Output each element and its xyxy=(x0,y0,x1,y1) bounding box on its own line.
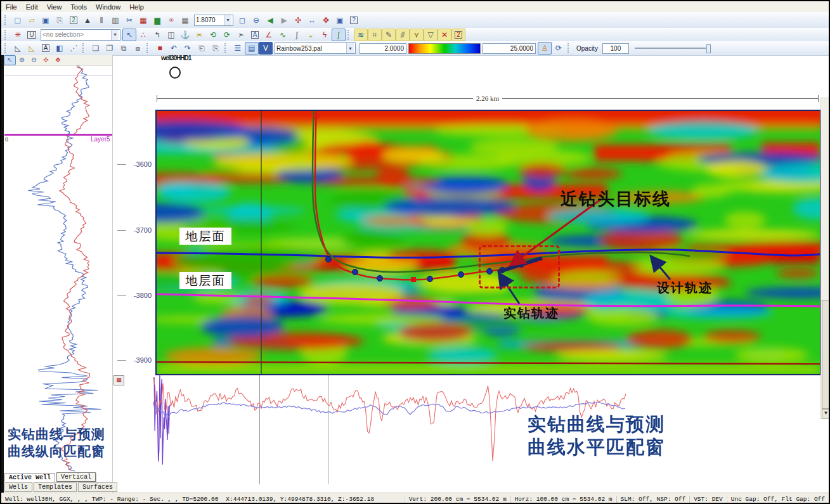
rotate-left-button[interactable]: ⟲ xyxy=(206,29,220,41)
grid-calculator-button[interactable]: ▦ xyxy=(178,14,192,27)
color-map-view-button[interactable]: ▆ xyxy=(150,14,164,27)
wellhead-symbol[interactable] xyxy=(169,67,181,79)
tab-active-well[interactable]: Active Well xyxy=(4,473,55,482)
toolbar-grip[interactable] xyxy=(567,43,572,53)
copy-front-button[interactable]: ❏ xyxy=(89,42,103,55)
toolbar-grip[interactable] xyxy=(82,43,87,53)
menu-edit[interactable]: Edit xyxy=(22,3,42,11)
selection-combobox[interactable]: <no selection> ▾ xyxy=(41,29,120,41)
log-edit-button[interactable]: ʃ xyxy=(290,29,304,41)
pick-move-button[interactable]: ➣ xyxy=(234,29,248,41)
node-link-button[interactable]: ⋰ xyxy=(67,42,81,55)
unit-toggle-button[interactable]: U xyxy=(25,29,39,41)
zoom-out-button[interactable]: ⊖ xyxy=(249,14,263,27)
marker-drop-button[interactable]: ⌄ xyxy=(304,29,318,41)
fit-width-button[interactable]: ↔ xyxy=(305,14,319,27)
toolbar-grip[interactable] xyxy=(4,43,9,53)
menu-window[interactable]: Window xyxy=(91,3,125,11)
pick-anchor-button[interactable]: ⚓ xyxy=(178,29,192,41)
toolbar-grip[interactable] xyxy=(4,30,9,40)
section-view-button[interactable]: ✂ xyxy=(122,14,136,27)
copy-back-button[interactable]: ❐ xyxy=(103,42,117,55)
export-session-button[interactable]: 2 xyxy=(67,14,81,27)
volume-toggle-button[interactable]: V xyxy=(259,42,273,55)
opacity-slider[interactable] xyxy=(635,44,711,53)
undo-button[interactable]: ↶ xyxy=(167,42,181,55)
tab-wells[interactable]: Wells xyxy=(4,482,32,492)
horizon-join-button[interactable]: ⋎ xyxy=(410,29,424,41)
pick-select-button[interactable]: ↰ xyxy=(150,29,164,41)
label-a-button[interactable]: A xyxy=(39,42,53,55)
save-settings-button[interactable]: ⎘ xyxy=(209,42,223,55)
seismic-section-view[interactable] xyxy=(155,110,821,375)
horizon-split-button[interactable]: ⌗ xyxy=(368,29,382,41)
new-file-button[interactable]: ▢ xyxy=(11,14,25,27)
pick-flatten-button[interactable]: ≍ xyxy=(192,29,206,41)
scale-combobox[interactable]: 1.8070 ▾ xyxy=(194,15,233,26)
pointer-button[interactable]: ↖ xyxy=(122,29,136,41)
angle-fill-yellow-button[interactable]: ◺ xyxy=(25,42,39,55)
toolbar-grip[interactable] xyxy=(224,43,229,53)
horizon-hatch-button[interactable]: ⫻ xyxy=(396,29,410,41)
snapshot-button[interactable]: ▣ xyxy=(333,14,347,27)
palette-edit-button[interactable]: ▤ xyxy=(245,42,259,55)
palette-min-field[interactable]: 2.0000 xyxy=(360,43,406,54)
pick-points-button[interactable]: ∴ xyxy=(136,29,150,41)
rotate-right-button[interactable]: ⟳ xyxy=(220,29,234,41)
help-button[interactable]: ? xyxy=(347,14,361,27)
palette-max-field[interactable]: 25.0000 xyxy=(483,43,536,54)
angle-fill-white-button[interactable]: ◺ xyxy=(11,42,25,55)
palette-combobox[interactable]: Rainbow253.pal ▾ xyxy=(275,42,356,54)
tab-surfaces[interactable]: Surfaces xyxy=(78,482,117,492)
log-curves-canvas[interactable] xyxy=(4,65,112,474)
well-marker-button[interactable]: ⍟ xyxy=(164,14,178,27)
pan-hand-button[interactable]: ✥ xyxy=(52,55,64,65)
angle-measure-button[interactable]: ∠ xyxy=(262,29,276,41)
fit-view-button[interactable]: ✣ xyxy=(40,55,52,65)
zoom-out-button[interactable]: ⊖ xyxy=(28,55,40,65)
pan-hand-button[interactable]: ✥ xyxy=(319,14,333,27)
tab-templates[interactable]: Templates xyxy=(34,482,77,492)
paste-settings-button[interactable]: ⎗ xyxy=(195,42,209,55)
chevron-down-icon[interactable]: ▾ xyxy=(111,30,119,40)
print-button[interactable]: ⎘ xyxy=(53,14,67,27)
well-pick-button[interactable]: ϟ xyxy=(318,29,332,41)
pick-window-button[interactable]: ◫ xyxy=(164,29,178,41)
menu-view[interactable]: View xyxy=(42,3,67,11)
stop-record-button[interactable]: ■ xyxy=(153,42,167,55)
map-grid-view-button[interactable]: ▦ xyxy=(136,14,150,27)
redo-button[interactable]: ↷ xyxy=(181,42,195,55)
list-view-button[interactable]: ☰ xyxy=(231,42,245,55)
bring-front-button[interactable]: ⧇ xyxy=(131,42,145,55)
auto-track-button[interactable]: A xyxy=(248,29,262,41)
horizon-smooth-button[interactable]: ≋ xyxy=(354,29,368,41)
chevron-down-icon[interactable]: ▾ xyxy=(224,15,231,25)
curve-display-button[interactable]: ∫ xyxy=(332,29,346,41)
menu-file[interactable]: File xyxy=(1,3,22,11)
opacity-field[interactable]: 100 xyxy=(602,43,629,54)
menu-tools[interactable]: Tools xyxy=(66,3,91,11)
fit-all-button[interactable]: ✣ xyxy=(291,14,305,27)
horizon-polygon-button[interactable]: ▽ xyxy=(424,29,438,41)
nav-back-button[interactable]: ◀ xyxy=(263,14,277,27)
track-burst-button[interactable]: ✳ xyxy=(11,29,25,41)
tab-vertical[interactable]: Vertical xyxy=(56,472,96,482)
toolbar-grip[interactable] xyxy=(347,30,352,40)
vertical-scrollbar[interactable]: ▼ xyxy=(820,98,830,419)
correlation-view-button[interactable]: ⫴ xyxy=(94,14,108,27)
well-symbols-button[interactable]: ▲ xyxy=(81,14,94,27)
toolbar-grip[interactable] xyxy=(146,43,151,53)
zoom-in-button[interactable]: ⊕ xyxy=(16,55,28,65)
curve-measure-button[interactable]: ∿ xyxy=(276,29,290,41)
user-palette-button[interactable]: ♙ xyxy=(538,42,552,55)
horizon-seed-button[interactable]: ✎ xyxy=(382,29,396,41)
panel-view-button[interactable]: ▥ xyxy=(108,14,122,27)
refresh-button[interactable]: ⟳ xyxy=(552,42,566,55)
horizontal-match-canvas[interactable] xyxy=(112,374,830,493)
zoom-window-button[interactable]: ◻ xyxy=(235,14,249,27)
swap-display-button[interactable]: ◧ xyxy=(53,42,67,55)
menu-help[interactable]: Help xyxy=(125,3,148,11)
horizon-delete-button[interactable]: ✕ xyxy=(438,29,451,41)
save-button[interactable]: ▣ xyxy=(39,14,53,27)
toolbar-grip[interactable] xyxy=(4,15,9,25)
